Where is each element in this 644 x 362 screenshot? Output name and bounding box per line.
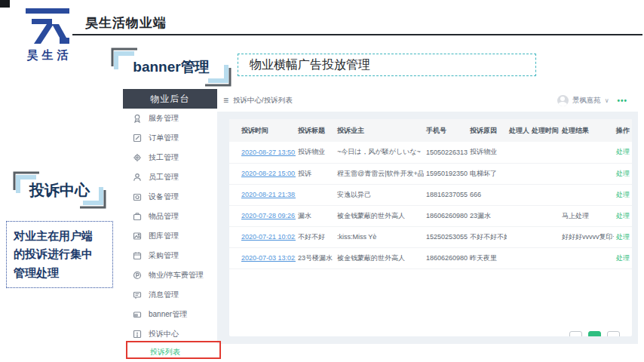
handle-button[interactable]: 处理: [616, 254, 630, 262]
banner-icon: [133, 310, 142, 319]
cell-handle-time: [529, 184, 560, 205]
annotation-complaint-note: 对业主在用户端 的投诉进行集中 管理处理: [6, 221, 113, 288]
cell-reason: 电梯坏了: [468, 163, 507, 184]
col-header: 投诉原因: [468, 119, 507, 142]
order-icon: [133, 133, 142, 143]
title-underline: [72, 34, 642, 35]
note-line: 的投诉进行集中: [14, 245, 106, 263]
note-line: 管理处理: [14, 264, 106, 282]
cloud-logo-icon: [23, 6, 72, 45]
sidebar-item-banner[interactable]: banner管理: [123, 305, 217, 324]
cell-handle-time: [529, 163, 560, 184]
table-header-row: 投诉时间 投诉标题 投诉业主 手机号 投诉原因 处理人 处理时间 处理结果 操作: [229, 119, 632, 142]
cell-owner: 被金钱蒙蔽的世外高人: [335, 247, 424, 268]
cell-reason: 不好不好不好: [468, 226, 507, 247]
cell-owner: 程玉雷@青雷云|软件开发+品牌运营: [335, 163, 424, 184]
cell-handle-time: [529, 226, 560, 247]
cell-title: 23号楼漏水: [296, 247, 335, 268]
cell-handle-time: [529, 142, 560, 163]
col-header: 投诉时间: [229, 119, 296, 142]
next-page-button[interactable]: [607, 331, 620, 336]
cell-result: 马上处理: [560, 205, 614, 226]
sidebar-item-technician[interactable]: 技工管理: [123, 148, 217, 167]
current-page-button[interactable]: [588, 331, 601, 336]
sidebar-item-goods[interactable]: 物品管理: [123, 207, 217, 226]
table-row: 2020-08-21 21:38:22 安逸以异己 18816237055 66…: [229, 184, 632, 205]
menu-icon[interactable]: ≡: [223, 95, 228, 106]
prev-page-button[interactable]: [569, 331, 582, 336]
cell-title: 投诉物业: [296, 142, 335, 163]
col-header: 处理时间: [529, 119, 560, 142]
sidebar-item-complaint-center[interactable]: 投诉中心: [123, 324, 217, 344]
handle-button[interactable]: 处理: [616, 212, 630, 219]
cell-result: [560, 142, 614, 163]
cell-handler: [507, 142, 529, 163]
more-menu-icon[interactable]: •••: [617, 97, 627, 105]
gear-icon: [133, 153, 142, 162]
cell-handler: [507, 247, 529, 268]
corner-mark: [0, 0, 10, 8]
handle-button[interactable]: 处理: [616, 233, 630, 241]
complaint-time-link[interactable]: 2020-08-21 21:38:22: [241, 191, 296, 198]
cell-title: 漏水: [296, 205, 335, 226]
table-row: 2020-07-03 13:02:59 23号楼漏水 被金钱蒙蔽的世外高人 18…: [229, 247, 632, 268]
handle-button[interactable]: 处理: [616, 170, 630, 177]
cell-handler: [507, 184, 529, 205]
pagination: [569, 331, 620, 336]
community-selector[interactable]: 景枫嘉苑: [572, 96, 601, 106]
device-icon: [133, 192, 142, 201]
sidebar-subitem-complaint-list[interactable]: 投诉列表: [123, 344, 217, 360]
app-window: 昊生活 昊生活物业端 banner管理 物业横幅广告投放管理 投诉中心 对业主在…: [0, 0, 644, 362]
avatar[interactable]: [557, 95, 569, 106]
cell-reason: 666: [468, 184, 507, 205]
sidebar-item-orders[interactable]: 订单管理: [123, 128, 217, 148]
cell-phone: 18606260980: [424, 205, 468, 226]
handle-button[interactable]: 处理: [616, 148, 630, 155]
col-header: 操作: [614, 119, 632, 142]
user-icon: [133, 173, 142, 182]
calendar-icon: [133, 251, 142, 260]
complaint-icon: [133, 330, 142, 339]
message-icon: [133, 290, 142, 299]
annotation-banner-note: 物业横幅广告投放管理: [238, 54, 536, 76]
page-title: 昊生活物业端: [85, 14, 167, 32]
complaint-time-link[interactable]: 2020-07-28 09:26:59: [241, 212, 296, 219]
top-bar: ≡ 投诉中心/投诉列表 景枫嘉苑 ∨ •••: [217, 89, 638, 112]
cell-result: [560, 163, 614, 184]
complaint-table-card: 投诉时间 投诉标题 投诉业主 手机号 投诉原因 处理人 处理时间 处理结果 操作…: [229, 119, 632, 336]
cell-phone: 15250253055: [424, 226, 468, 247]
sidebar-item-gallery[interactable]: 图库管理: [123, 226, 217, 246]
note-line: 对业主在用户端: [14, 227, 106, 245]
cell-result: 好好好vvvvv复印一份: [560, 226, 614, 247]
complaint-time-link[interactable]: 2020-07-21 10:02:32: [241, 233, 296, 241]
table-row: 2020-07-28 09:26:59 漏水 被金钱蒙蔽的世外高人 186062…: [229, 205, 632, 226]
cell-handler: [507, 226, 529, 247]
cell-handle-time: [529, 205, 560, 226]
sidebar-item-parking-fee[interactable]: 物业/停车费管理: [123, 265, 217, 285]
brand-logo: 昊生活: [15, 6, 80, 63]
table-row: 2020-08-22 15:00:02 投诉 程玉雷@青雷云|软件开发+品牌运营…: [229, 163, 632, 184]
cell-handler: [507, 205, 529, 226]
sidebar-item-messages[interactable]: 消息管理: [123, 285, 217, 305]
cell-owner: 安逸以异己: [335, 184, 424, 205]
content-area: ≡ 投诉中心/投诉列表 景枫嘉苑 ∨ ••• 投诉时间 投诉标题: [217, 89, 638, 344]
sidebar-item-service[interactable]: 服务管理: [123, 109, 217, 128]
complaint-time-link[interactable]: 2020-07-03 13:02:59: [241, 254, 296, 262]
sidebar-header: 物业后台: [123, 89, 217, 109]
cell-phone: 15950192350: [424, 163, 468, 184]
annotation-complaint-text: 投诉中心: [17, 180, 103, 201]
table-row: 2020-07-21 10:02:32 不好不好 :kiss:Miss Yè 1…: [229, 226, 632, 247]
brand-name: 昊生活: [15, 48, 80, 63]
chevron-down-icon[interactable]: ∨: [605, 97, 609, 104]
handle-button[interactable]: 处理: [616, 191, 630, 198]
annotation-banner-text: banner管理: [115, 57, 228, 77]
box-icon: [133, 212, 142, 221]
cell-phone: 18606260980: [424, 247, 468, 268]
sidebar-item-staff[interactable]: 员工管理: [123, 167, 217, 187]
sidebar-item-equipment[interactable]: 设备管理: [123, 187, 217, 207]
complaint-time-link[interactable]: 2020-08-27 13:50:21: [241, 149, 296, 156]
cell-reason: 昨天夜里: [468, 247, 507, 268]
complaint-time-link[interactable]: 2020-08-22 15:00:02: [241, 170, 296, 177]
cell-result: [560, 184, 614, 205]
sidebar-item-procurement[interactable]: 采购管理: [123, 246, 217, 265]
